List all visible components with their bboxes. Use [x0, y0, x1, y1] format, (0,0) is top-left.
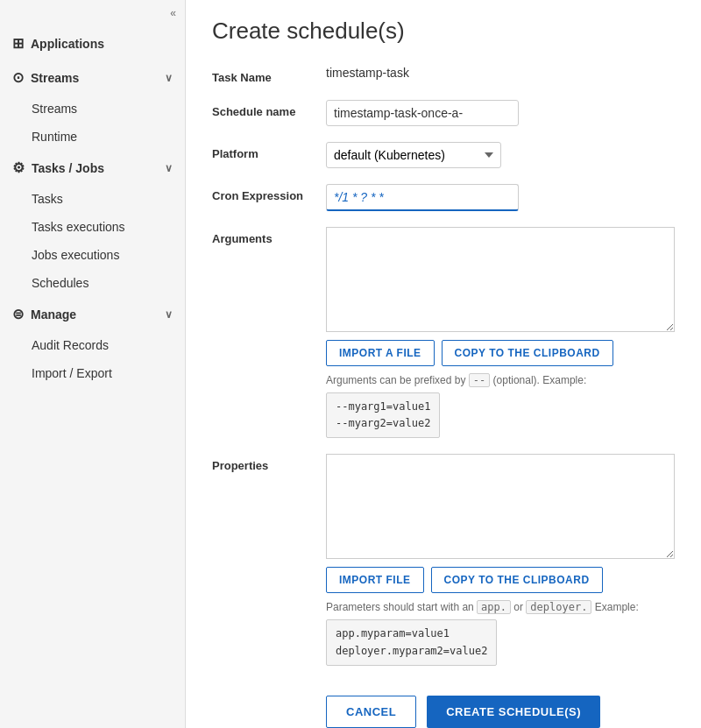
properties-hint-code2: deployer. [526, 600, 591, 614]
schedule-name-field [326, 100, 675, 126]
applications-label: Applications [31, 37, 104, 51]
platform-label: Platform [212, 142, 326, 160]
arguments-import-button[interactable]: IMPORT A FILE [326, 340, 435, 366]
sidebar: « ⊞ Applications ⊙ Streams ∨ Streams Run… [0, 0, 186, 728]
platform-select[interactable]: default (Kubernetes) local [326, 142, 501, 168]
arguments-label: Arguments [212, 227, 326, 245]
sidebar-item-tasks-jobs[interactable]: ⚙ Tasks / Jobs ∨ [0, 151, 185, 185]
properties-field: IMPORT FILE COPY TO THE CLIPBOARD Parame… [326, 454, 675, 665]
properties-btn-row: IMPORT FILE COPY TO THE CLIPBOARD [326, 567, 675, 593]
platform-field: default (Kubernetes) local [326, 142, 675, 168]
task-name-row: Task Name timestamp-task [212, 66, 675, 84]
task-name-value: timestamp-task [326, 66, 409, 80]
streams-icon: ⊙ [12, 69, 24, 86]
sidebar-item-applications[interactable]: ⊞ Applications [0, 26, 185, 60]
sidebar-item-audit-records[interactable]: Audit Records [0, 331, 185, 359]
action-row: CANCEL CREATE SCHEDULE(S) [212, 687, 675, 728]
streams-chevron: ∨ [165, 72, 173, 84]
sidebar-item-manage[interactable]: ⊜ Manage ∨ [0, 297, 185, 331]
properties-copy-button[interactable]: COPY TO THE CLIPBOARD [431, 567, 603, 593]
task-name-label: Task Name [212, 66, 326, 84]
properties-example: app.myparam=value1 deployer.myparam2=val… [326, 619, 497, 665]
arguments-row: Arguments IMPORT A FILE COPY TO THE CLIP… [212, 227, 675, 438]
tasks-icon: ⚙ [12, 159, 25, 176]
schedule-name-input[interactable] [326, 100, 519, 126]
arguments-hint: Arguments can be prefixed by -- (optiona… [326, 373, 675, 387]
properties-hint-code1: app. [477, 600, 511, 614]
schedule-name-row: Schedule name [212, 100, 675, 126]
manage-label: Manage [31, 307, 76, 322]
sidebar-item-tasks[interactable]: Tasks [0, 185, 185, 213]
manage-chevron: ∨ [165, 308, 173, 321]
sidebar-item-jobs-executions[interactable]: Jobs executions [0, 241, 185, 269]
applications-icon: ⊞ [12, 35, 24, 52]
platform-row: Platform default (Kubernetes) local [212, 142, 675, 168]
manage-icon: ⊜ [12, 306, 24, 322]
tasks-jobs-label: Tasks / Jobs [32, 161, 104, 175]
sidebar-item-streams[interactable]: Streams [0, 95, 185, 123]
arguments-btn-row: IMPORT A FILE COPY TO THE CLIPBOARD [326, 340, 675, 366]
properties-label: Properties [212, 454, 326, 472]
properties-row: Properties IMPORT FILE COPY TO THE CLIPB… [212, 454, 675, 665]
sidebar-item-tasks-executions[interactable]: Tasks executions [0, 213, 185, 241]
sidebar-collapse-button[interactable]: « [0, 0, 185, 26]
properties-import-button[interactable]: IMPORT FILE [326, 567, 424, 593]
cron-expression-field [326, 184, 675, 211]
sidebar-item-schedules[interactable]: Schedules [0, 269, 185, 297]
arguments-textarea[interactable] [326, 227, 675, 332]
collapse-icon: « [170, 7, 176, 19]
sidebar-item-streams-section[interactable]: ⊙ Streams ∨ [0, 60, 185, 95]
schedule-name-label: Schedule name [212, 100, 326, 118]
cancel-button[interactable]: CANCEL [326, 696, 416, 728]
properties-textarea[interactable] [326, 454, 675, 559]
create-schedule-button[interactable]: CREATE SCHEDULE(S) [427, 696, 600, 728]
cron-expression-row: Cron Expression [212, 184, 675, 211]
cron-expression-label: Cron Expression [212, 184, 326, 202]
cron-expression-input[interactable] [326, 184, 519, 211]
sidebar-item-import-export[interactable]: Import / Export [0, 359, 185, 387]
sidebar-item-runtime[interactable]: Runtime [0, 123, 185, 151]
properties-hint: Parameters should start with an app. or … [326, 600, 675, 614]
tasks-chevron: ∨ [165, 162, 173, 174]
streams-section-label: Streams [31, 71, 79, 85]
arguments-copy-button[interactable]: COPY TO THE CLIPBOARD [442, 340, 613, 366]
arguments-field: IMPORT A FILE COPY TO THE CLIPBOARD Argu… [326, 227, 675, 438]
task-name-field: timestamp-task [326, 66, 675, 80]
main-content: Create schedule(s) Task Name timestamp-t… [186, 0, 701, 728]
arguments-example: --myarg1=value1 --myarg2=value2 [326, 392, 440, 438]
page-title: Create schedule(s) [212, 18, 675, 45]
arguments-hint-code: -- [469, 373, 490, 387]
